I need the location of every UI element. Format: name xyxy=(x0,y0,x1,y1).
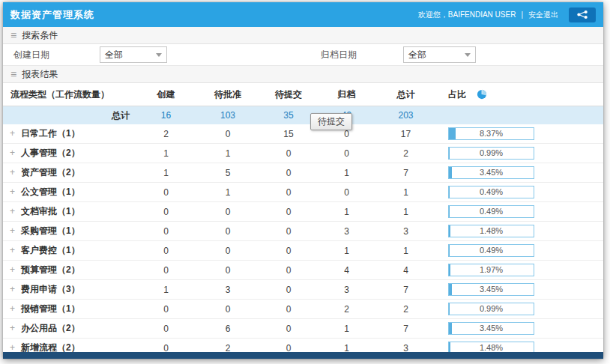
archived-count: 4 xyxy=(312,261,381,280)
summary-created: 16 xyxy=(142,106,190,125)
footer-bar xyxy=(3,352,603,359)
created-count: 1 xyxy=(142,280,190,300)
create-date-select[interactable]: 全部 xyxy=(100,46,167,63)
total-count: 1 xyxy=(381,202,430,222)
search-section-header[interactable]: ≡ 搜索条件 xyxy=(3,27,603,44)
expand-icon[interactable]: + xyxy=(9,323,16,333)
table-row: +公文管理（1）010010.49% xyxy=(3,183,603,202)
total-count: 2 xyxy=(381,144,430,163)
table-row: +文档审批（1）000110.49% xyxy=(3,202,603,222)
expand-icon[interactable]: + xyxy=(9,342,16,353)
percentage-bar: 0.49% xyxy=(448,244,534,257)
pending-submit-count: 0 xyxy=(265,222,312,241)
expand-icon[interactable]: + xyxy=(9,245,16,255)
process-name: 资产管理（2） xyxy=(21,167,80,178)
total-count: 7 xyxy=(381,163,430,183)
process-name: 日常工作（1） xyxy=(21,128,80,139)
table-row: +人事管理（2）110020.99% xyxy=(3,144,603,163)
share-icon xyxy=(576,10,589,19)
table-row: +报销管理（1）000220.99% xyxy=(3,300,603,319)
percentage-text: 0.49% xyxy=(449,206,534,217)
archive-date-select[interactable]: 全部 xyxy=(403,46,476,63)
expand-icon[interactable]: + xyxy=(9,264,16,275)
pending-approval-count: 0 xyxy=(190,222,265,241)
pending-approval-count: 0 xyxy=(190,261,265,280)
app-window: 数据资产管理系统 欢迎您，BAIFENDIAN USER | 安全退出 ≡ xyxy=(3,2,603,359)
col-created: 创建 xyxy=(142,83,190,106)
summary-pending-approval: 103 xyxy=(190,106,265,125)
process-name: 人事管理（2） xyxy=(21,148,80,158)
chevron-down-icon xyxy=(156,53,162,57)
process-name: 办公用品（2） xyxy=(21,323,80,333)
pending-approval-count: 0 xyxy=(190,124,265,144)
pending-approval-count: 3 xyxy=(190,280,265,300)
percentage-bar: 0.49% xyxy=(448,186,534,198)
percentage-text: 3.45% xyxy=(449,284,534,295)
expand-icon[interactable]: + xyxy=(9,284,16,294)
expand-icon[interactable]: + xyxy=(9,128,16,139)
tooltip: 待提交 xyxy=(310,113,352,130)
created-count: 0 xyxy=(142,261,190,280)
percentage-bar: 3.45% xyxy=(448,283,534,296)
result-section-title: 报表结果 xyxy=(22,68,58,81)
percentage-text: 0.99% xyxy=(449,148,534,159)
archived-count: 1 xyxy=(312,163,381,183)
expand-icon[interactable]: + xyxy=(9,206,16,216)
expand-icon[interactable]: + xyxy=(9,225,16,236)
table-row: +资产管理（2）150173.45% xyxy=(3,163,603,183)
logout-link[interactable]: 安全退出 xyxy=(528,10,558,20)
menu-icon: ≡ xyxy=(10,69,16,79)
pending-submit-count: 15 xyxy=(265,124,312,144)
top-bar: 数据资产管理系统 欢迎您，BAIFENDIAN USER | 安全退出 xyxy=(3,2,603,27)
created-count: 0 xyxy=(142,241,190,261)
expand-icon[interactable]: + xyxy=(9,148,16,158)
process-name: 预算管理（2） xyxy=(21,264,80,275)
pending-approval-count: 1 xyxy=(190,183,265,202)
process-name: 文档审批（1） xyxy=(21,206,80,216)
report-table: 流程类型（工作流数量） 创建 待批准 待提交 归档 总计 占比 xyxy=(3,83,603,359)
process-name: 采购管理（1） xyxy=(21,225,80,236)
archive-date-filter: 归档日期 全部 xyxy=(321,46,476,63)
archived-count: 0 xyxy=(312,144,381,163)
pending-submit-count: 0 xyxy=(265,163,312,183)
search-section-title: 搜索条件 xyxy=(22,29,58,42)
summary-label: 总计 xyxy=(3,106,142,125)
pie-chart-icon[interactable] xyxy=(477,89,487,100)
pending-approval-count: 0 xyxy=(190,241,265,261)
create-date-label: 创建日期 xyxy=(13,49,100,61)
app-title: 数据资产管理系统 xyxy=(10,8,94,22)
percentage-bar: 1.48% xyxy=(448,225,534,237)
percentage-text: 1.97% xyxy=(449,264,534,276)
col-percentage: 占比 xyxy=(430,83,603,106)
table-row: +日常工作（1）20150178.37% xyxy=(3,124,603,144)
created-count: 0 xyxy=(142,222,190,241)
pending-approval-count: 0 xyxy=(190,300,265,319)
share-button[interactable] xyxy=(569,7,596,22)
create-date-value: 全部 xyxy=(105,49,123,61)
expand-icon[interactable]: + xyxy=(9,186,16,197)
total-count: 1 xyxy=(381,183,430,202)
percentage-bar: 0.49% xyxy=(448,205,534,218)
total-count: 3 xyxy=(381,222,430,241)
archived-count: 0 xyxy=(312,183,381,202)
pending-submit-count: 0 xyxy=(265,300,312,319)
pending-submit-count: 0 xyxy=(265,144,312,163)
result-section-header[interactable]: ≡ 报表结果 xyxy=(3,66,603,83)
archived-count: 1 xyxy=(312,202,381,222)
filter-row: 创建日期 全部 归档日期 全部 xyxy=(3,44,603,66)
created-count: 0 xyxy=(142,202,190,222)
archive-date-value: 全部 xyxy=(408,49,426,61)
pending-submit-count: 0 xyxy=(265,183,312,202)
table-row: +采购管理（1）000331.48% xyxy=(3,222,603,241)
created-count: 0 xyxy=(142,183,190,202)
process-name: 客户费控（1） xyxy=(21,245,80,255)
pending-approval-count: 1 xyxy=(190,144,265,163)
expand-icon[interactable]: + xyxy=(9,303,16,314)
table-header-row: 流程类型（工作流数量） 创建 待批准 待提交 归档 总计 占比 xyxy=(3,83,603,106)
expand-icon[interactable]: + xyxy=(9,167,16,178)
total-count: 17 xyxy=(381,124,430,144)
pending-approval-count: 0 xyxy=(190,202,265,222)
summary-pending-submit: 35 xyxy=(265,106,312,125)
created-count: 2 xyxy=(142,124,190,144)
menu-icon: ≡ xyxy=(10,30,16,40)
